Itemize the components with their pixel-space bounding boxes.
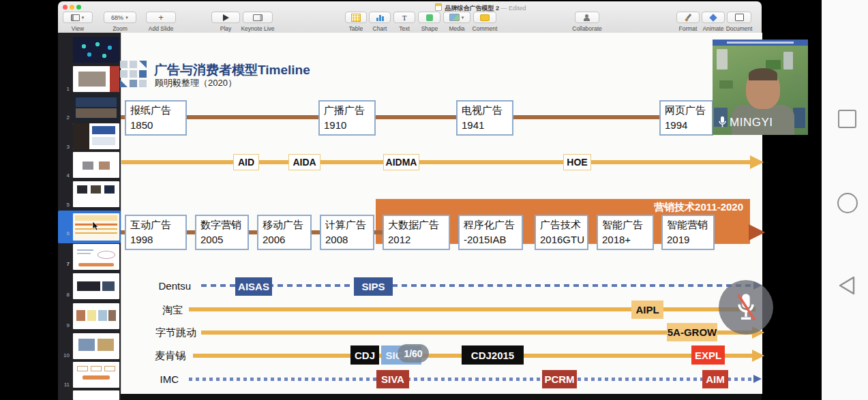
timeline2-name: 大数据广告 xyxy=(388,217,445,232)
screen: 品牌综合广告模型 2 — Edited ▼ View 68%▼ Zoom + A… xyxy=(0,0,868,400)
text-button[interactable]: T xyxy=(393,12,415,23)
timeline1-name: 网页广告 xyxy=(665,103,708,118)
chip-aipl[interactable]: AIPL xyxy=(631,301,663,319)
microphone-icon xyxy=(717,115,728,129)
slide-thumbnail-7-selected[interactable] xyxy=(73,213,119,241)
model-box-aida[interactable]: AIDA xyxy=(288,154,320,170)
slide-thumbnail-1[interactable] xyxy=(73,37,119,63)
slide-thumbnail-8[interactable] xyxy=(73,244,119,270)
animate-button[interactable] xyxy=(702,12,725,23)
slide-thumbnail-6[interactable] xyxy=(73,181,119,207)
thumbnail-preview xyxy=(91,185,101,194)
slide-thumbnail-13[interactable] xyxy=(73,390,119,400)
microphone-muted-button[interactable] xyxy=(719,280,773,335)
table-icon xyxy=(351,14,361,22)
slide-number: 6 xyxy=(59,230,70,236)
slide-thumbnail-3[interactable] xyxy=(73,95,119,121)
keynote-live-button[interactable] xyxy=(243,12,273,23)
timeline2-name: 移动广告 xyxy=(263,217,306,232)
arrowhead-right-icon xyxy=(749,224,765,241)
timeline1-box-tv[interactable]: 电视广告 1941 xyxy=(456,100,513,136)
chip-aisas[interactable]: AISAS xyxy=(235,277,272,296)
model-box-aidma[interactable]: AIDMA xyxy=(383,154,419,170)
row-label-mckinsey: 麦肯锡 xyxy=(135,350,185,363)
collaborate-button[interactable] xyxy=(575,12,599,23)
minimize-window-button[interactable] xyxy=(70,5,74,10)
arrowhead-right-icon xyxy=(753,375,762,383)
shape-icon xyxy=(426,14,433,21)
slide-thumbnail-10[interactable] xyxy=(73,303,119,329)
add-slide-button[interactable]: + xyxy=(146,12,176,23)
thumbnail-preview xyxy=(73,123,89,149)
timeline2-name: 程序化广告 xyxy=(464,217,518,232)
slide-number: 9 xyxy=(59,322,70,328)
comment-button[interactable] xyxy=(473,12,496,23)
keynote-live-icon xyxy=(253,14,263,21)
timeline2-box-intelligent-mkt[interactable]: 智能营销 2019 xyxy=(661,215,715,250)
slide-number: 10 xyxy=(59,352,70,358)
thumbnail-preview xyxy=(83,161,93,170)
webcam-video-tile[interactable]: MINGYI xyxy=(713,40,808,135)
martech-banner-label: 营销技术2011-2020 xyxy=(376,199,750,214)
chip-sips[interactable]: SIPS xyxy=(354,277,393,296)
view-button[interactable]: ▼ xyxy=(63,12,93,23)
slide-thumbnail-2[interactable] xyxy=(73,66,119,92)
play-button[interactable] xyxy=(211,12,240,23)
collaborate-icon xyxy=(583,14,591,21)
arrowhead-right-icon xyxy=(752,350,764,362)
add-slide-label: Add Slide xyxy=(140,25,182,32)
thumbnail-preview xyxy=(77,253,91,254)
timeline2-box-intelligent-ad[interactable]: 智能广告 2018+ xyxy=(597,215,654,250)
chip-aim[interactable]: AIM xyxy=(702,370,728,388)
microphone-icon xyxy=(734,292,758,323)
timeline2-box-bigdata[interactable]: 大数据广告 2012 xyxy=(383,215,450,250)
timeline2-box-adtech[interactable]: 广告技术 2016GTU xyxy=(535,215,588,250)
chart-button[interactable] xyxy=(369,12,391,23)
imc-dotted-line xyxy=(189,378,753,381)
thumbnail-preview xyxy=(92,126,115,134)
thumbnail-preview xyxy=(77,366,88,371)
webcam-background xyxy=(783,52,793,70)
dentsu-dashed-line xyxy=(201,284,753,287)
timeline2-box-programmatic[interactable]: 程序化广告 -2015IAB xyxy=(458,215,523,250)
chip-cdj[interactable]: CDJ xyxy=(350,345,379,365)
document-panel-icon xyxy=(735,14,744,21)
zoom-window-button[interactable] xyxy=(76,5,81,10)
thumbnail-preview xyxy=(77,185,87,194)
back-button[interactable] xyxy=(838,275,856,296)
media-button[interactable]: ▼ xyxy=(443,12,470,23)
thumbnail-preview xyxy=(92,137,115,145)
model-box-aid[interactable]: AID xyxy=(233,154,259,170)
chip-cdj2015[interactable]: CDJ2015 xyxy=(462,345,524,365)
format-button[interactable] xyxy=(676,12,700,23)
slide-thumbnail-12[interactable] xyxy=(73,362,119,388)
timeline1-box-web[interactable]: 网页广告 1994 xyxy=(659,100,713,136)
chip-5a-grow[interactable]: 5A-GROW xyxy=(667,323,717,341)
timeline2-box-computational[interactable]: 计算广告 2008 xyxy=(320,215,374,250)
chip-expl[interactable]: EXPL xyxy=(691,345,725,365)
thumbnail-preview xyxy=(77,281,100,291)
home-button[interactable] xyxy=(837,193,858,213)
timeline2-box-digital[interactable]: 数字营销 2005 xyxy=(195,215,249,250)
recent-apps-button[interactable] xyxy=(838,110,856,128)
model-box-hoe[interactable]: HOE xyxy=(563,154,591,170)
animate-diamond-icon xyxy=(709,14,717,21)
timeline2-box-interactive[interactable]: 互动广告 1998 xyxy=(125,215,187,250)
slide-thumbnail-4[interactable] xyxy=(73,123,119,149)
slide-thumbnail-11[interactable] xyxy=(73,333,119,359)
timeline1-name: 报纸广告 xyxy=(130,103,181,118)
timeline1-box-newspaper[interactable]: 报纸广告 1850 xyxy=(125,100,187,136)
slide-thumbnail-5[interactable] xyxy=(73,152,119,178)
table-button[interactable] xyxy=(345,12,367,23)
slide-number: 5 xyxy=(59,202,70,208)
chip-siva[interactable]: SIVA xyxy=(376,370,409,388)
close-window-button[interactable] xyxy=(63,5,68,10)
chip-pcrm[interactable]: PCRM xyxy=(542,370,577,388)
slide-thumbnail-9[interactable] xyxy=(73,273,119,299)
shape-button[interactable] xyxy=(418,12,440,23)
document-button[interactable] xyxy=(727,12,751,23)
timeline2-box-mobile[interactable]: 移动广告 2006 xyxy=(257,215,312,250)
zoom-button[interactable]: 68%▼ xyxy=(104,12,136,23)
timeline2-name: 广告技术 xyxy=(540,217,583,232)
timeline1-box-radio[interactable]: 广播广告 1910 xyxy=(318,100,376,136)
